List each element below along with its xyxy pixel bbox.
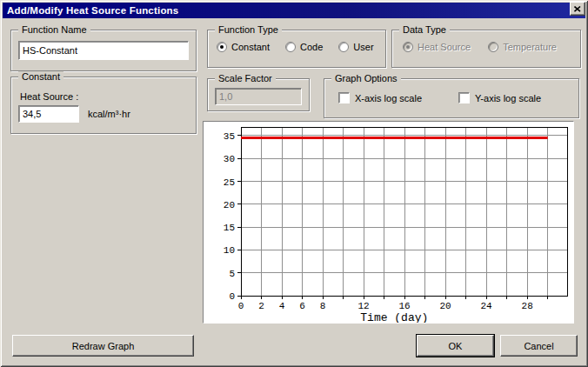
radio-label: Code xyxy=(300,42,323,52)
svg-text:0: 0 xyxy=(238,301,244,311)
svg-text:12: 12 xyxy=(357,301,369,311)
svg-text:16: 16 xyxy=(398,301,410,311)
svg-text:25: 25 xyxy=(224,177,235,188)
radio-icon xyxy=(403,42,413,52)
heat-source-field-label: Heat Source : xyxy=(20,91,78,102)
function-type-group: Function Type ConstantCodeUser xyxy=(207,30,386,68)
radio-option-temperature: Temperature xyxy=(488,42,557,52)
svg-text:4: 4 xyxy=(279,301,285,311)
graph-options-group: Graph Options X-axis log scaleY-axis log… xyxy=(324,78,579,118)
svg-text:28: 28 xyxy=(522,301,533,311)
radio-label: Heat Source xyxy=(418,42,471,52)
data-type-radio-row: Heat SourceTemperature xyxy=(403,42,557,52)
svg-text:20: 20 xyxy=(440,301,451,311)
svg-text:24: 24 xyxy=(481,301,493,311)
checkbox-y-axis-log-scale[interactable]: Y-axis log scale xyxy=(458,92,541,103)
svg-text:Time (day): Time (day) xyxy=(360,311,428,323)
function-type-radio-row: ConstantCodeUser xyxy=(217,42,374,52)
redraw-graph-button-label: Redraw Graph xyxy=(72,341,135,351)
radio-option-user[interactable]: User xyxy=(338,42,373,52)
heat-source-value-input[interactable] xyxy=(18,105,79,123)
radio-option-code[interactable]: Code xyxy=(285,42,323,52)
radio-label: Temperature xyxy=(503,42,557,52)
svg-text:2: 2 xyxy=(258,301,264,311)
constant-group: Constant Heat Source : kcal/m³·hr xyxy=(10,77,197,134)
data-type-group-label: Data Type xyxy=(399,24,450,36)
close-icon xyxy=(574,6,581,12)
graph-canvas: 02468121620242805101520253035Time (day) xyxy=(204,122,573,323)
radio-option-heat-source: Heat Source xyxy=(403,42,471,52)
graph-panel: 02468121620242805101520253035Time (day) xyxy=(203,121,574,324)
data-type-group: Data Type Heat SourceTemperature xyxy=(391,30,581,68)
checkbox-icon xyxy=(458,92,470,103)
svg-text:8: 8 xyxy=(320,301,326,311)
checkbox-icon xyxy=(338,92,350,103)
svg-text:15: 15 xyxy=(224,223,235,233)
constant-group-label: Constant xyxy=(18,71,63,83)
cancel-button-label: Cancel xyxy=(524,341,553,351)
function-name-input[interactable] xyxy=(18,41,189,60)
graph-options-checkbox-row: X-axis log scaleY-axis log scale xyxy=(338,92,541,103)
svg-text:30: 30 xyxy=(224,154,235,164)
heat-source-unit-label: kcal/m³·hr xyxy=(88,109,130,119)
ok-button-label: OK xyxy=(449,341,463,351)
ok-button[interactable]: OK xyxy=(417,335,494,357)
title-bar[interactable]: Add/Modify Heat Source Functions xyxy=(3,3,585,18)
radio-option-constant[interactable]: Constant xyxy=(217,42,270,52)
dialog-add-modify-heat-source-functions: Add/Modify Heat Source Functions Functio… xyxy=(0,0,588,367)
svg-text:35: 35 xyxy=(224,131,235,142)
scale-factor-group-label: Scale Factor xyxy=(215,73,276,84)
scale-factor-input xyxy=(215,88,302,105)
graph-options-group-label: Graph Options xyxy=(331,73,401,84)
redraw-graph-button[interactable]: Redraw Graph xyxy=(12,335,194,357)
checkbox-x-axis-log-scale[interactable]: X-axis log scale xyxy=(338,92,422,103)
radio-icon xyxy=(488,42,498,52)
window-title: Add/Modify Heat Source Functions xyxy=(7,5,178,16)
radio-label: User xyxy=(353,42,373,52)
radio-icon xyxy=(285,42,296,52)
close-button[interactable] xyxy=(570,2,585,16)
svg-text:10: 10 xyxy=(224,245,235,256)
svg-text:5: 5 xyxy=(229,269,235,279)
checkbox-label: Y-axis log scale xyxy=(475,93,541,103)
function-type-group-label: Function Type xyxy=(215,24,282,36)
svg-text:0: 0 xyxy=(229,291,235,302)
svg-text:20: 20 xyxy=(224,200,235,210)
radio-icon xyxy=(338,42,349,52)
function-name-group-label: Function Name xyxy=(18,24,90,36)
radio-label: Constant xyxy=(231,42,270,52)
checkbox-label: X-axis log scale xyxy=(355,93,422,103)
function-name-group: Function Name xyxy=(10,30,197,71)
scale-factor-group: Scale Factor xyxy=(207,78,310,111)
cancel-button[interactable]: Cancel xyxy=(500,335,578,357)
svg-text:6: 6 xyxy=(299,301,305,311)
radio-icon xyxy=(217,42,227,52)
